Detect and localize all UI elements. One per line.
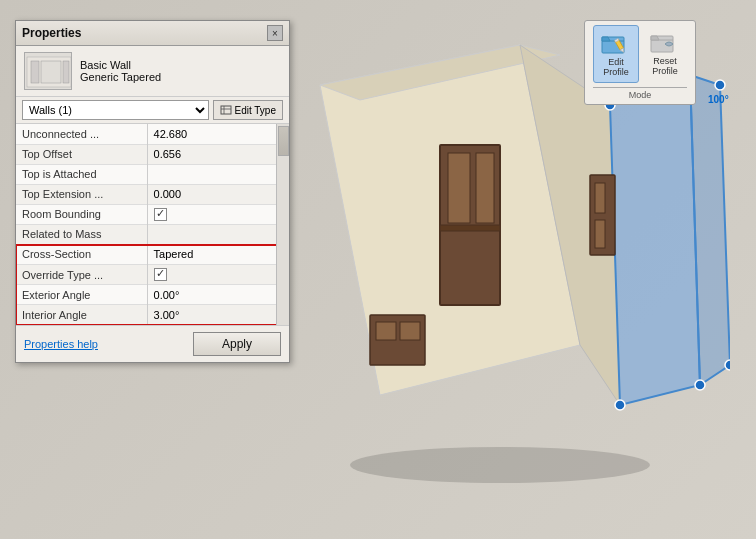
svg-point-0 [350, 447, 650, 483]
edit-type-button[interactable]: Edit Type [213, 100, 283, 120]
table-row: Top is Attached [16, 164, 289, 184]
svg-rect-14 [376, 322, 396, 340]
svg-rect-9 [440, 225, 500, 231]
svg-rect-31 [31, 61, 39, 83]
prop-value [147, 164, 289, 184]
prop-value[interactable]: 0.656 [147, 144, 289, 164]
prop-name: Cross-Section [16, 245, 147, 265]
prop-name: Top Extension ... [16, 184, 147, 204]
prop-name: Top Offset [16, 144, 147, 164]
svg-rect-32 [41, 61, 61, 83]
properties-help-link[interactable]: Properties help [24, 338, 98, 350]
ribbon-panel: EditProfile ResetProfile Mode [584, 20, 696, 105]
prop-name: Unconnected ... [16, 124, 147, 144]
svg-point-21 [615, 400, 625, 410]
room-bounding-checkbox[interactable] [154, 208, 167, 221]
table-row: Exterior Angle 0.00° [16, 285, 289, 305]
table-row: Unconnected ... 42.680 [16, 124, 289, 144]
wall-type-preview [24, 52, 72, 90]
svg-rect-11 [595, 183, 605, 213]
prop-name: Override Type ... [16, 265, 147, 285]
properties-table: Unconnected ... 42.680 Top Offset 0.656 … [16, 124, 289, 245]
wall-type-subtype: Generic Tapered [80, 71, 161, 83]
prop-name: Top is Attached [16, 164, 147, 184]
properties-panel: Properties × Basic Wall Generic Tapered … [15, 20, 290, 363]
table-row: Related to Mass [16, 224, 289, 244]
reset-profile-icon [649, 29, 681, 57]
svg-point-19 [725, 360, 730, 370]
table-row: Override Type ... [16, 265, 289, 285]
prop-name: Room Bounding [16, 204, 147, 224]
table-row: Room Bounding [16, 204, 289, 224]
panel-titlebar: Properties × [16, 21, 289, 46]
prop-value[interactable]: 3.00° [147, 305, 289, 325]
prop-name: Related to Mass [16, 224, 147, 244]
prop-value[interactable]: 42.680 [147, 124, 289, 144]
properties-table-container: Unconnected ... 42.680 Top Offset 0.656 … [16, 124, 289, 325]
wall-type-section: Basic Wall Generic Tapered [16, 46, 289, 97]
svg-rect-8 [476, 153, 494, 223]
scrollbar[interactable] [276, 124, 289, 325]
svg-rect-34 [221, 106, 231, 114]
edit-profile-label: EditProfile [603, 58, 629, 78]
prop-value[interactable] [147, 265, 289, 285]
edit-profile-icon [600, 30, 632, 58]
scroll-thumb[interactable] [278, 126, 289, 156]
prop-value[interactable]: 0.00° [147, 285, 289, 305]
apply-button[interactable]: Apply [193, 332, 281, 356]
svg-point-18 [695, 380, 705, 390]
instance-select[interactable]: Walls (1) [22, 100, 209, 120]
instance-row: Walls (1) Edit Type [16, 97, 289, 124]
prop-value[interactable] [147, 204, 289, 224]
panel-bottom: Properties help Apply [16, 325, 289, 362]
ribbon-group-label: Mode [593, 87, 687, 100]
svg-text:100°: 100° [708, 94, 729, 105]
prop-value [147, 224, 289, 244]
svg-marker-4 [610, 75, 700, 405]
svg-rect-33 [63, 61, 69, 83]
edit-type-label: Edit Type [234, 105, 276, 116]
wall-type-info: Basic Wall Generic Tapered [80, 59, 161, 83]
svg-rect-7 [448, 153, 470, 223]
table-row: Top Offset 0.656 [16, 144, 289, 164]
prop-name: Interior Angle [16, 305, 147, 325]
svg-rect-12 [595, 220, 605, 248]
table-row: Top Extension ... 0.000 [16, 184, 289, 204]
reset-profile-button[interactable]: ResetProfile [643, 25, 687, 83]
override-type-checkbox[interactable] [154, 268, 167, 281]
prop-value[interactable]: Tapered [147, 245, 289, 265]
table-row: Interior Angle 3.00° [16, 305, 289, 325]
prop-value[interactable]: 0.000 [147, 184, 289, 204]
svg-rect-15 [400, 322, 420, 340]
table-row: Cross-Section Tapered [16, 245, 289, 265]
edit-profile-button[interactable]: EditProfile [593, 25, 639, 83]
prop-name: Exterior Angle [16, 285, 147, 305]
reset-profile-label: ResetProfile [652, 57, 678, 77]
close-button[interactable]: × [267, 25, 283, 41]
wall-type-name: Basic Wall [80, 59, 161, 71]
highlighted-properties-table: Cross-Section Tapered Override Type ... … [16, 245, 289, 326]
panel-title: Properties [22, 26, 81, 40]
svg-point-17 [715, 80, 725, 90]
